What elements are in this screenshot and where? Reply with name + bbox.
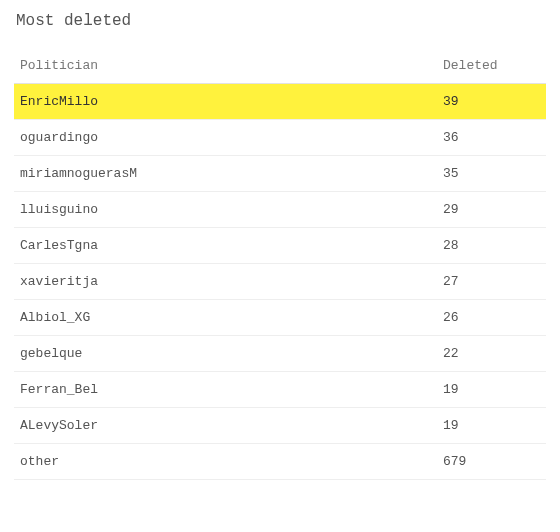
col-header-politician: Politician [14,48,413,84]
table-row: gebelque22 [14,336,546,372]
cell-politician: EnricMillo [14,84,413,120]
cell-politician: other [14,444,413,480]
cell-deleted: 29 [413,192,546,228]
cell-politician: CarlesTgna [14,228,413,264]
cell-politician: gebelque [14,336,413,372]
table-row: Albiol_XG26 [14,300,546,336]
cell-deleted: 26 [413,300,546,336]
cell-politician: oguardingo [14,120,413,156]
table-row: oguardingo36 [14,120,546,156]
cell-deleted: 679 [413,444,546,480]
table-row: EnricMillo39 [14,84,546,120]
table-row: other679 [14,444,546,480]
cell-deleted: 27 [413,264,546,300]
table-row: lluisguino29 [14,192,546,228]
cell-deleted: 19 [413,408,546,444]
deleted-table: Politician Deleted EnricMillo39oguarding… [14,48,546,480]
table-row: miriamnoguerasM35 [14,156,546,192]
table-row: CarlesTgna28 [14,228,546,264]
table-row: xavieritja27 [14,264,546,300]
table-row: ALevySoler19 [14,408,546,444]
cell-deleted: 35 [413,156,546,192]
cell-deleted: 19 [413,372,546,408]
cell-politician: ALevySoler [14,408,413,444]
cell-deleted: 22 [413,336,546,372]
cell-politician: Ferran_Bel [14,372,413,408]
cell-politician: xavieritja [14,264,413,300]
cell-deleted: 39 [413,84,546,120]
cell-deleted: 36 [413,120,546,156]
cell-deleted: 28 [413,228,546,264]
cell-politician: lluisguino [14,192,413,228]
col-header-deleted: Deleted [413,48,546,84]
cell-politician: miriamnoguerasM [14,156,413,192]
page-title: Most deleted [14,8,546,48]
table-row: Ferran_Bel19 [14,372,546,408]
cell-politician: Albiol_XG [14,300,413,336]
